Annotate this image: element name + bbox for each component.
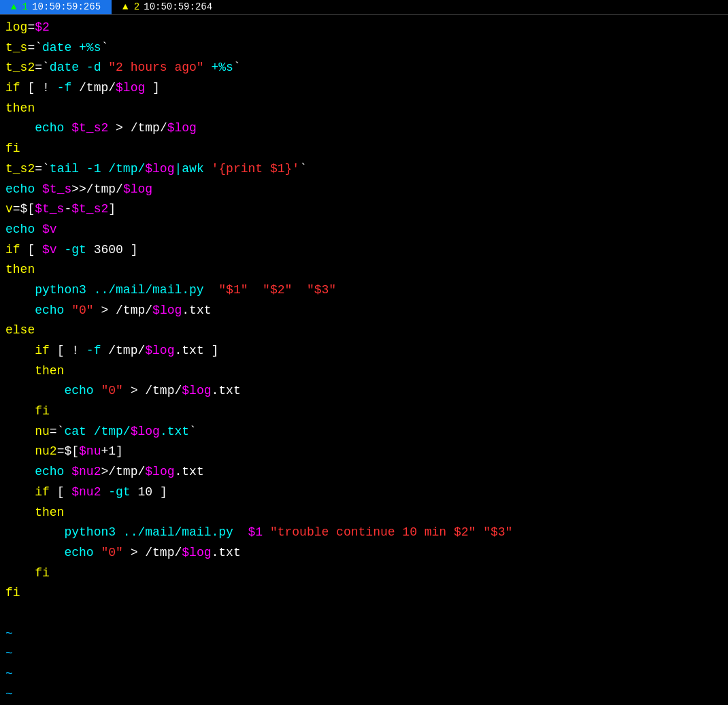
code-line-27: echo "0" > /tmp/$log.txt: [5, 543, 723, 563]
tab-bar: ▲ 1 10:50:59:265 ▲ 2 10:50:59:264: [0, 0, 728, 15]
code-area: log=$2 t_s=`date +%s` t_s2=`date -d "2 h…: [0, 15, 728, 705]
code-line-14: python3 ../mail/mail.py "$1" "$2" "$3": [5, 280, 723, 301]
code-line-7: fi: [5, 139, 723, 159]
code-line-12: if [ $v -gt 3600 ]: [5, 240, 723, 261]
code-line-1: log=$2: [5, 18, 723, 38]
code-line-20: fi: [5, 401, 723, 422]
code-line-30: [5, 604, 723, 624]
code-line-10: v=$[$t_s-$t_s2]: [5, 199, 723, 220]
code-line-8: t_s2=`tail -1 /tmp/$log|awk '{print $1}'…: [5, 159, 723, 180]
code-line-24: if [ $nu2 -gt 10 ]: [5, 482, 723, 503]
tab-1[interactable]: ▲ 1 10:50:59:265: [0, 0, 112, 14]
tab-1-label: 10:50:59:265: [32, 0, 101, 15]
code-line-15: echo "0" > /tmp/$log.txt: [5, 301, 723, 321]
code-line-32: ~: [5, 644, 723, 664]
code-line-29: fi: [5, 583, 723, 604]
code-line-16: else: [5, 321, 723, 341]
code-line-22: nu2=$[$nu+1]: [5, 442, 723, 462]
code-line-34: ~: [5, 685, 723, 705]
code-line-3: t_s2=`date -d "2 hours ago" +%s`: [5, 58, 723, 78]
code-line-6: echo $t_s2 > /tmp/$log: [5, 118, 723, 139]
code-line-19: echo "0" > /tmp/$log.txt: [5, 381, 723, 401]
code-line-28: fi: [5, 563, 723, 584]
code-line-5: then: [5, 99, 723, 119]
code-line-31: ~: [5, 624, 723, 644]
tab-2-label: 10:50:59:264: [144, 0, 212, 15]
code-line-25: then: [5, 503, 723, 523]
code-line-9: echo $t_s>>/tmp/$log: [5, 180, 723, 200]
tab-2-dot: ▲ 2: [122, 0, 139, 15]
code-line-26: python3 ../mail/mail.py $1 "trouble cont…: [5, 523, 723, 543]
code-line-13: then: [5, 260, 723, 280]
code-line-4: if [ ! -f /tmp/$log ]: [5, 78, 723, 99]
code-line-33: ~: [5, 664, 723, 685]
tab-1-dot: ▲ 1: [11, 0, 28, 15]
tab-2[interactable]: ▲ 2 10:50:59:264: [112, 0, 223, 14]
code-line-23: echo $nu2>/tmp/$log.txt: [5, 462, 723, 482]
code-line-11: echo $v: [5, 220, 723, 240]
code-line-17: if [ ! -f /tmp/$log.txt ]: [5, 341, 723, 361]
code-line-2: t_s=`date +%s`: [5, 38, 723, 59]
code-line-21: nu=`cat /tmp/$log.txt`: [5, 422, 723, 442]
code-line-18: then: [5, 361, 723, 382]
